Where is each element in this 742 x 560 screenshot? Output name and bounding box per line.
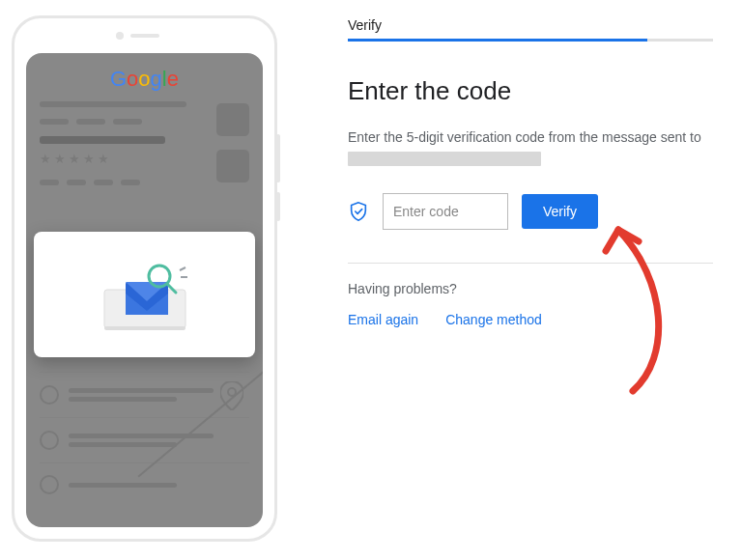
google-logo: Google [40, 67, 249, 92]
placeholder-icon [216, 150, 249, 182]
list-item [40, 417, 249, 462]
instruction-text: Enter the 5-digit verification code from… [348, 127, 713, 168]
progress-fill [348, 39, 647, 42]
placeholder-line [40, 119, 69, 125]
phone-side-button [276, 134, 280, 182]
problems-label: Having problems? [348, 281, 713, 296]
placeholder-line [40, 136, 165, 144]
circle-icon [40, 475, 59, 494]
placeholder-icon [216, 103, 249, 136]
verify-panel: Verify Enter the code Enter the 5-digit … [348, 17, 713, 327]
phone-speaker-dot [116, 32, 124, 40]
placeholder-line [40, 101, 186, 107]
phone-mockup: Google ★★★★★ [12, 15, 277, 542]
email-again-link[interactable]: Email again [348, 312, 418, 327]
phone-side-button [276, 192, 280, 221]
svg-line-5 [180, 267, 186, 270]
svg-rect-1 [104, 326, 186, 330]
verify-button[interactable]: Verify [522, 194, 598, 229]
page-heading: Enter the code [348, 76, 713, 106]
step-label: Verify [348, 17, 713, 33]
redacted-destination [348, 152, 541, 166]
instruction-prefix: Enter the 5-digit verification code from… [348, 129, 701, 145]
mail-magnifier-icon [87, 251, 203, 338]
list-item [40, 372, 249, 417]
circle-icon [40, 385, 59, 405]
phone-screen: Google ★★★★★ [26, 53, 263, 527]
placeholder-line [40, 180, 59, 185]
placeholder-line [67, 180, 86, 185]
circle-icon [40, 431, 59, 450]
change-method-link[interactable]: Change method [445, 312, 542, 327]
progress-bar [348, 39, 713, 42]
placeholder-line [121, 180, 140, 185]
divider [348, 263, 713, 264]
list-item [40, 462, 249, 506]
placeholder-line [76, 119, 105, 125]
mail-popup-card [34, 232, 255, 357]
verification-code-input[interactable] [383, 193, 508, 230]
phone-speaker-dash [130, 34, 159, 38]
shield-check-icon [348, 201, 369, 222]
placeholder-line [94, 180, 113, 185]
placeholder-line [113, 119, 142, 125]
